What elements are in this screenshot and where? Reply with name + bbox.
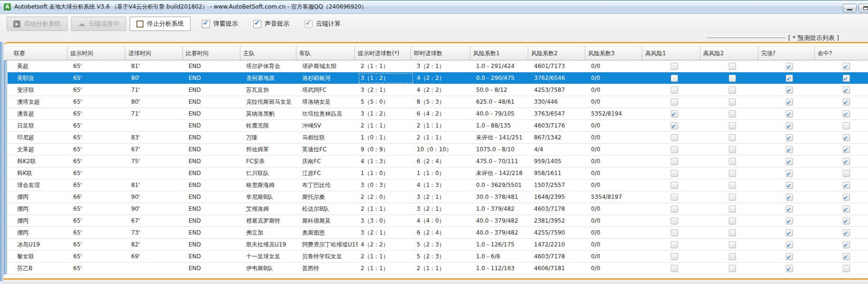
finished-checkbox[interactable] xyxy=(786,265,793,272)
column-header[interactable]: 联赛 xyxy=(4,47,67,60)
high-risk1-checkbox[interactable] xyxy=(671,75,678,82)
finished-checkbox[interactable] xyxy=(786,229,793,236)
high-risk2-checkbox[interactable] xyxy=(729,194,736,201)
hit-checkbox[interactable] xyxy=(843,194,850,201)
table-row[interactable]: 印尼超65'83'END万隆马都拉联1（0：1）2（1：1）未评估 - 141/… xyxy=(8,132,868,144)
finished-checkbox[interactable] xyxy=(786,146,793,153)
table-row[interactable]: 澳首超65'71'END莫纳洛黑豹坎培拉奥林匹克3（1：2）6（4：2）40.0… xyxy=(8,108,868,120)
high-risk2-checkbox[interactable] xyxy=(729,253,736,260)
high-risk1-checkbox[interactable] xyxy=(671,170,678,177)
finished-checkbox[interactable] xyxy=(786,98,793,106)
high-risk1-checkbox[interactable] xyxy=(671,134,678,141)
high-risk1-checkbox[interactable] xyxy=(671,98,678,106)
finished-checkbox[interactable] xyxy=(786,122,793,129)
finished-checkbox[interactable] xyxy=(786,134,793,141)
high-risk1-checkbox[interactable] xyxy=(671,122,678,129)
high-risk1-checkbox[interactable] xyxy=(671,265,678,272)
hit-checkbox[interactable] xyxy=(843,87,850,94)
high-risk2-checkbox[interactable] xyxy=(729,75,736,82)
hit-checkbox[interactable] xyxy=(843,146,850,153)
high-risk1-checkbox[interactable] xyxy=(671,158,678,165)
finished-checkbox[interactable] xyxy=(786,87,793,94)
hit-checkbox[interactable] xyxy=(843,134,850,141)
hit-checkbox[interactable] xyxy=(843,241,850,248)
high-risk2-checkbox[interactable] xyxy=(729,146,736,153)
high-risk2-checkbox[interactable] xyxy=(729,206,736,213)
finished-checkbox[interactable] xyxy=(786,182,793,189)
finished-checkbox[interactable] xyxy=(786,63,793,70)
high-risk2-checkbox[interactable] xyxy=(729,98,736,106)
high-risk2-checkbox[interactable] xyxy=(729,265,736,272)
high-risk2-checkbox[interactable] xyxy=(729,87,736,94)
high-risk1-checkbox[interactable] xyxy=(671,194,678,201)
finished-checkbox[interactable] xyxy=(786,110,793,118)
column-header[interactable]: 风险系数3 xyxy=(585,47,642,60)
table-row[interactable]: 冰岛U1965'82'END凯夫拉维克U19阿费查尔丁哈维堤U194（2：2）5… xyxy=(8,239,868,251)
hit-checkbox[interactable] xyxy=(843,182,850,189)
table-row[interactable]: 芬乙B65'END伊韦斯B队普西特2（1：1）2（1：1）1.0 - 112/1… xyxy=(8,263,868,274)
table-row[interactable]: 日足联65'END铃鹿无限冲绳SV2（1：1）2（1：1）1.0 - 88/13… xyxy=(8,120,868,132)
titlebar[interactable]: A Autobetsoft 走地大球分析系统 V3.6 （基于V4云分析引擎 b… xyxy=(0,0,868,14)
hit-checkbox[interactable] xyxy=(843,217,850,225)
hit-checkbox[interactable] xyxy=(843,253,850,260)
column-header[interactable]: 客队 xyxy=(296,47,354,60)
table-row[interactable]: 球会友谊65'81'END格里斯海姆布丁巴比伦3（0：3）4（1：3）0.0 -… xyxy=(8,179,868,191)
high-risk2-checkbox[interactable] xyxy=(729,182,736,189)
high-risk1-checkbox[interactable] xyxy=(671,229,678,236)
high-risk1-checkbox[interactable] xyxy=(671,146,678,153)
table-row[interactable]: 文莱超65'67'END邦佐姆莱英迪拉FC9（0：9）10（0：10）1075.… xyxy=(8,144,868,156)
hit-checkbox[interactable] xyxy=(843,98,850,106)
column-header[interactable]: 高风险1 xyxy=(642,47,700,60)
high-risk2-checkbox[interactable] xyxy=(729,134,736,141)
high-risk1-checkbox[interactable] xyxy=(671,241,678,248)
hit-checkbox[interactable] xyxy=(843,63,850,70)
column-header[interactable]: 即时进球数 xyxy=(410,47,470,60)
column-header[interactable]: 完场? xyxy=(758,47,814,60)
high-risk1-checkbox[interactable] xyxy=(671,63,678,70)
cloud-compute-checkbox[interactable]: 云端计算 xyxy=(305,20,341,28)
maximize-button[interactable] xyxy=(858,4,868,12)
high-risk2-checkbox[interactable] xyxy=(729,122,736,129)
finished-checkbox[interactable] xyxy=(786,241,793,248)
hit-checkbox[interactable] xyxy=(843,229,850,236)
column-header[interactable]: 提示时间 xyxy=(67,47,125,60)
hit-checkbox[interactable] xyxy=(843,75,850,82)
high-risk1-checkbox[interactable] xyxy=(671,206,678,213)
table-row[interactable]: 澳塔女超65'80'END克拉伦斯斑马女足塔洛纳女足5（5：0）8（5：3）62… xyxy=(8,96,868,108)
cloud-connect-button[interactable]: ☁ 云端连接中 xyxy=(71,17,126,31)
column-header[interactable]: 风险系数1 xyxy=(470,47,528,60)
finished-checkbox[interactable] xyxy=(786,217,793,225)
high-risk2-checkbox[interactable] xyxy=(729,170,736,177)
table-row[interactable]: 韩K联65'END仁川联队江原FC1（1：0）1（1：0）未评估 - 142/2… xyxy=(8,167,868,179)
high-risk2-checkbox[interactable] xyxy=(729,229,736,236)
hit-checkbox[interactable] xyxy=(843,158,850,165)
popup-alert-checkbox[interactable]: 弹窗提示 xyxy=(202,20,238,28)
finished-checkbox[interactable] xyxy=(786,206,793,213)
column-header[interactable]: 风险系数2 xyxy=(528,47,585,60)
hit-checkbox[interactable] xyxy=(843,265,850,272)
finished-checkbox[interactable] xyxy=(786,75,793,82)
table-row[interactable]: 韩K2联65'75'ENDFC安养庆南FC4（1：3）6（2：4）475.0 -… xyxy=(8,156,868,167)
table-row[interactable]: 挪丙65'73'END弗立加奥斯图恩3（2：1）6（2：4）40.0 - 379… xyxy=(8,227,868,239)
finished-checkbox[interactable] xyxy=(786,170,793,177)
column-header[interactable]: 进球时间 xyxy=(125,47,182,60)
column-header[interactable]: 比赛时间 xyxy=(182,47,240,60)
table-row[interactable]: 斐济联65'71'END苏瓦足协塔武阿FC3（2：1）4（2：2）50.0 - … xyxy=(8,84,868,96)
high-risk2-checkbox[interactable] xyxy=(729,217,736,225)
finished-checkbox[interactable] xyxy=(786,194,793,201)
high-risk2-checkbox[interactable] xyxy=(729,63,736,70)
minimize-button[interactable] xyxy=(843,4,857,12)
finished-checkbox[interactable] xyxy=(786,253,793,260)
table-row[interactable]: 挪丙65'90'END艾维洛姆松达尔B队2（1：1）3（2：1）1.0 - 37… xyxy=(8,203,868,215)
table-row[interactable]: 挪丙66'90'END辛尼斯B队斯托尔桑2（2：0）3（2：1）30.0 - 3… xyxy=(8,191,868,203)
column-header[interactable]: 主队 xyxy=(240,47,296,60)
start-analysis-button[interactable]: ▶ 启动分析系统 xyxy=(7,17,67,31)
hit-checkbox[interactable] xyxy=(843,122,850,129)
high-risk1-checkbox[interactable] xyxy=(671,110,678,118)
hit-checkbox[interactable] xyxy=(843,170,850,177)
high-risk1-checkbox[interactable] xyxy=(671,217,678,225)
sound-alert-checkbox[interactable]: 声音提示 xyxy=(253,20,289,28)
table-row[interactable]: 黎女联65'69'END十一足球女足贝鲁特学院女足2（1：1）5（2：3）1.0… xyxy=(8,251,868,263)
column-header[interactable]: 高风险2 xyxy=(700,47,758,60)
table-row[interactable]: 美职业65'80'END圣何塞地震洛杉矶银河3（1：2）4（2：2）0.0 - … xyxy=(8,72,868,84)
